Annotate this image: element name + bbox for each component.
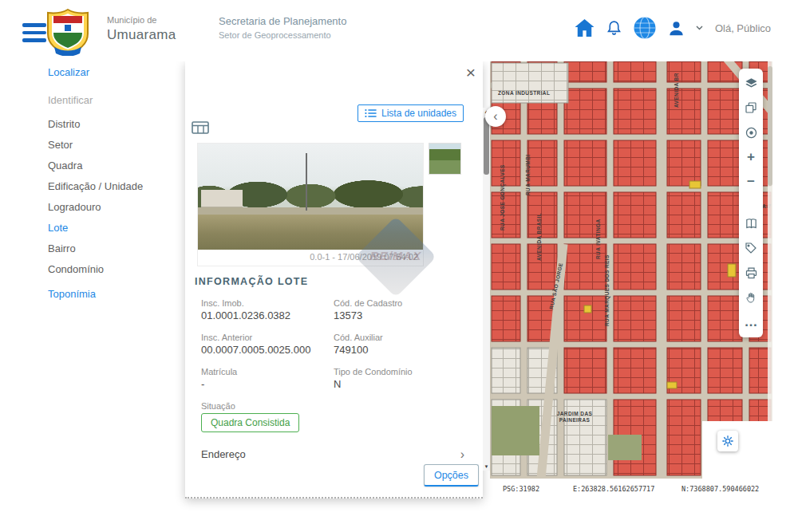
- app-root: Município de Umuarama Secretaria de Plan…: [0, 0, 798, 532]
- layers-icon[interactable]: [744, 76, 758, 90]
- sidebar-item-toponimia[interactable]: Toponímia: [48, 289, 185, 299]
- department-title: Secretaria de Planejamento Setor de Geop…: [219, 15, 346, 40]
- projection-value: PSG:31982: [503, 485, 539, 493]
- field-label: Situação: [201, 402, 334, 411]
- more-options-icon[interactable]: …: [744, 315, 758, 329]
- list-icon: [365, 108, 377, 118]
- sidebar-item-lote[interactable]: Lote: [48, 223, 185, 233]
- status-badge: Quadra Consistida: [201, 413, 299, 432]
- scroll-down-icon[interactable]: ▼: [483, 464, 490, 469]
- photo-caption: 0.0-1 - 17/06/2019 07:54:02: [198, 250, 423, 266]
- print-icon[interactable]: [744, 266, 758, 280]
- home-icon[interactable]: [574, 18, 595, 37]
- user-account-icon[interactable]: [667, 19, 685, 37]
- options-button[interactable]: Opções: [424, 464, 479, 487]
- endereco-expander[interactable]: Endereço ›: [201, 448, 464, 460]
- info-section-title: INFORMAÇÃO LOTE: [195, 276, 308, 287]
- field-label: Cód. de Cadastro: [334, 299, 469, 308]
- field-label: Tipo de Condomínio: [334, 368, 469, 376]
- municipality-label: Município de: [107, 15, 176, 25]
- field-label: Insc. Imob.: [201, 299, 334, 308]
- lot-photo-frame: 0.0-1 - 17/06/2019 07:54:02: [197, 143, 424, 266]
- municipal-coat-of-arms: [45, 8, 91, 56]
- chevron-down-icon[interactable]: [696, 26, 703, 30]
- zoom-out-icon[interactable]: −: [744, 175, 758, 189]
- sidebar-nav: Localizar Identificar Distrito Setor Qua…: [48, 67, 185, 309]
- map-canvas[interactable]: ZONA INDUSTRIAL RUA MARUMBI AVENIDA BR R…: [490, 61, 772, 479]
- sidebar-item-distrito[interactable]: Distrito: [48, 119, 185, 129]
- cadastral-map: [490, 61, 772, 479]
- map-toolbar: + −: [739, 69, 763, 337]
- sidebar-item-setor[interactable]: Setor: [48, 140, 185, 150]
- map-settings-button[interactable]: [717, 431, 738, 451]
- field-label: Matrícula: [201, 368, 334, 376]
- table-grid-icon[interactable]: [192, 121, 209, 137]
- photo-pole: [306, 153, 307, 211]
- municipality-name: Umuarama: [107, 27, 176, 43]
- sidebar-item-localizar[interactable]: Localizar: [48, 67, 185, 77]
- user-greeting: Olá, Público: [715, 22, 771, 34]
- coordinates-statusbar: PSG:31982 E:263828.56162657717 N:7368807…: [490, 479, 772, 498]
- sidebar-section-identificar: Identificar: [48, 95, 185, 105]
- field-value: -: [201, 379, 334, 389]
- chevron-right-icon: ›: [460, 449, 464, 460]
- field-matricula: Matrícula -: [201, 368, 334, 389]
- lot-info-panel: × Lista de unidades: [185, 61, 483, 499]
- field-insc-anterior: Insc. Anterior 00.0007.0005.0025.000: [201, 333, 334, 355]
- close-icon[interactable]: ×: [466, 63, 476, 82]
- sidebar-item-quadra[interactable]: Quadra: [48, 160, 185, 171]
- app-header: Município de Umuarama Secretaria de Plan…: [0, 0, 798, 61]
- northing-value: N:7368807.590466022: [681, 485, 759, 493]
- unit-list-button-label: Lista de unidades: [381, 108, 456, 119]
- sector-name: Setor de Geoprocessamento: [219, 30, 346, 40]
- lot-photo[interactable]: [198, 144, 423, 250]
- field-label: Cód. Auxiliar: [334, 333, 469, 342]
- legend-book-icon[interactable]: [744, 216, 758, 231]
- field-situacao: Situação Quadra Consistida: [201, 402, 334, 432]
- basemap-layers-icon[interactable]: [744, 100, 758, 115]
- zoom-in-icon[interactable]: +: [744, 150, 758, 164]
- menu-button[interactable]: [22, 23, 46, 46]
- measure-tag-icon[interactable]: [744, 241, 758, 255]
- photo-ground: [198, 215, 423, 250]
- globe-icon[interactable]: [633, 16, 657, 40]
- photo-thumbnail[interactable]: [429, 143, 461, 175]
- gear-icon: [721, 435, 734, 447]
- field-value: 00.0007.0005.0025.000: [201, 345, 334, 355]
- field-value: 01.0001.0236.0382: [201, 310, 334, 321]
- notifications-bell-icon[interactable]: [606, 19, 622, 37]
- unit-list-button[interactable]: Lista de unidades: [358, 104, 464, 122]
- field-tipo-condominio: Tipo de Condomínio N: [334, 368, 469, 389]
- orientation-icon[interactable]: [744, 125, 758, 140]
- pan-hand-icon[interactable]: [744, 290, 758, 305]
- department-name: Secretaria de Planejamento: [219, 15, 346, 27]
- endereco-label: Endereço: [201, 448, 246, 460]
- field-value: N: [334, 379, 469, 389]
- field-value: 13573: [334, 310, 469, 321]
- map-column: ZONA INDUSTRIAL RUA MARUMBI AVENIDA BR R…: [490, 61, 772, 498]
- sidebar-item-condominio[interactable]: Condomínio: [48, 264, 185, 274]
- field-cod-auxiliar: Cód. Auxiliar 749100: [334, 333, 469, 355]
- field-value: 749100: [334, 345, 469, 355]
- field-label: Insc. Anterior: [201, 333, 334, 342]
- map-scrollbar[interactable]: [768, 61, 772, 479]
- field-cod-cadastro: Cód. de Cadastro 13573: [334, 299, 469, 321]
- lot-fields-grid: Insc. Imob. 01.0001.0236.0382 Cód. de Ca…: [201, 299, 469, 445]
- sidebar-item-logradouro[interactable]: Logradouro: [48, 202, 185, 212]
- field-insc-imob: Insc. Imob. 01.0001.0236.0382: [201, 299, 334, 321]
- header-actions: Olá, Público: [574, 16, 771, 40]
- easting-value: E:263828.56162657717: [573, 485, 654, 493]
- sidebar-item-edificacao[interactable]: Edificação / Unidade: [48, 181, 185, 191]
- municipality-title: Município de Umuarama: [107, 15, 176, 43]
- collapse-panel-button[interactable]: ‹: [485, 106, 506, 127]
- map-scrollbar-thumb[interactable]: [768, 66, 772, 186]
- sidebar-item-bairro[interactable]: Bairro: [48, 243, 185, 254]
- panel-scrollbar[interactable]: ▲ ▼: [483, 108, 490, 471]
